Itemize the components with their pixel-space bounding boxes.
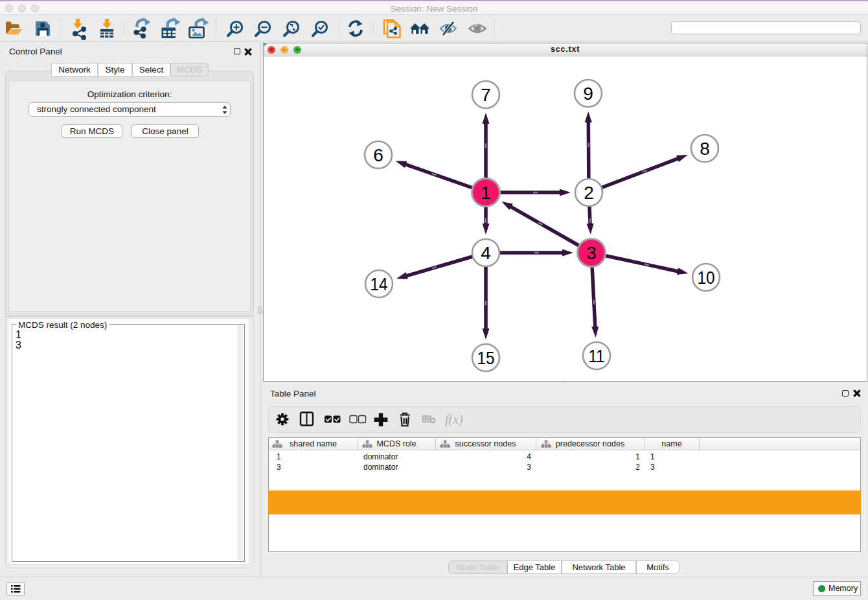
svg-text:8: 8 <box>700 139 710 159</box>
svg-text:4: 4 <box>481 243 491 263</box>
svg-text:9: 9 <box>583 84 593 104</box>
svg-text:11: 11 <box>589 346 605 366</box>
svg-text:14: 14 <box>371 274 388 294</box>
svg-text:10: 10 <box>698 268 715 288</box>
svg-text:7: 7 <box>481 85 491 105</box>
svg-text:6: 6 <box>373 145 383 165</box>
svg-text:15: 15 <box>477 348 495 368</box>
svg-text:1: 1 <box>481 183 491 203</box>
svg-text:2: 2 <box>584 183 594 203</box>
svg-text:3: 3 <box>586 243 597 263</box>
svg-text:f(x): f(x) <box>445 412 463 427</box>
